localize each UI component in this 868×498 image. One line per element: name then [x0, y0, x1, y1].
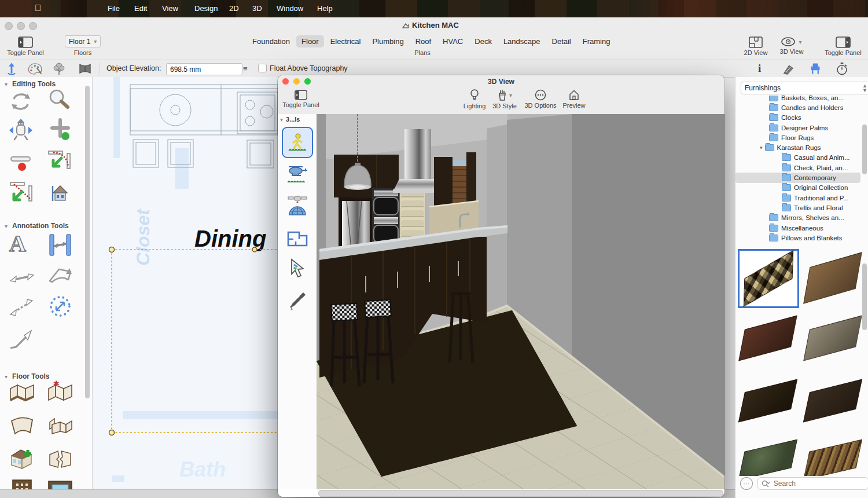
- measure-arrow-icon[interactable]: [3, 62, 20, 76]
- pen-icon[interactable]: [782, 63, 795, 75]
- eyedropper-tool[interactable]: [285, 288, 310, 313]
- selection-handle[interactable]: [109, 247, 115, 252]
- toggle-panel-button[interactable]: Toggle Panel: [8, 36, 43, 56]
- tree-item-karastan-rugs[interactable]: ▾Karastan Rugs: [735, 142, 860, 152]
- tree-item[interactable]: Traditional and P...: [735, 193, 860, 203]
- search-input[interactable]: [773, 479, 844, 488]
- rug-thumb-2[interactable]: [803, 250, 863, 306]
- dimension-tool[interactable]: [46, 232, 74, 258]
- select-render-tool[interactable]: [285, 255, 310, 281]
- walkthrough-tool[interactable]: [282, 127, 313, 158]
- tree-item[interactable]: Casual and Anim...: [735, 153, 860, 163]
- selection-handle[interactable]: [109, 430, 115, 435]
- tree-item[interactable]: Designer Palms: [735, 123, 860, 133]
- tree-icon[interactable]: [52, 62, 66, 76]
- text-tool[interactable]: A: [9, 230, 26, 257]
- furniture-chair-icon[interactable]: [809, 63, 822, 75]
- tree-scrollbar[interactable]: [862, 124, 867, 174]
- tree-item[interactable]: Clocks: [735, 113, 860, 123]
- tree-item[interactable]: Trellis and Floral: [735, 203, 860, 213]
- close-button[interactable]: [5, 22, 13, 30]
- apple-menu-icon[interactable]: : [35, 3, 41, 13]
- interior-dimension-tool[interactable]: [8, 296, 36, 319]
- menu-help[interactable]: Help: [312, 4, 337, 13]
- rug-thumb-7[interactable]: [738, 442, 798, 478]
- tab-detail[interactable]: Detail: [547, 35, 576, 47]
- rug-thumb-8[interactable]: [803, 442, 863, 478]
- pan-tool[interactable]: [7, 116, 35, 144]
- more-options-icon[interactable]: ⋯: [740, 477, 753, 490]
- wall-tool[interactable]: [8, 382, 36, 405]
- 3d-horizontal-scrollbar[interactable]: [318, 490, 723, 497]
- thumbnails-scrollbar[interactable]: [862, 263, 867, 330]
- tab-hvac[interactable]: HVAC: [437, 35, 468, 47]
- library-category-select[interactable]: Furnishings ▲▼: [741, 82, 868, 94]
- info-icon[interactable]: i: [758, 62, 761, 75]
- flyover-tool[interactable]: [285, 162, 310, 187]
- tree-item[interactable]: Mirrors, Shelves an...: [735, 213, 860, 223]
- zoom-button[interactable]: [29, 22, 37, 30]
- tree-item[interactable]: Pillows and Blankets: [735, 233, 860, 243]
- search-field[interactable]: [757, 477, 868, 490]
- tab-electrical[interactable]: Electrical: [325, 35, 366, 47]
- half-wall-tool[interactable]: [46, 414, 74, 437]
- rug-thumb-5[interactable]: [738, 380, 798, 421]
- rug-thumb-1[interactable]: [738, 249, 799, 308]
- rug-thumb-4[interactable]: [803, 317, 863, 360]
- rug-thumb-3[interactable]: [738, 317, 798, 360]
- tree-item[interactable]: Check, Plaid, an...: [735, 163, 860, 173]
- 3d-options-button[interactable]: 3D Options: [523, 89, 558, 109]
- toggle-panel-button[interactable]: Toggle Panel: [282, 90, 319, 108]
- tab-landscape[interactable]: Landscape: [498, 35, 546, 47]
- 3d-window-titlebar[interactable]: 3D View: [278, 75, 724, 87]
- menu-window[interactable]: Window: [272, 4, 308, 13]
- chevron-down-icon[interactable]: ▾: [760, 145, 763, 151]
- toggle-panel-right-button[interactable]: Toggle Panel: [824, 36, 862, 56]
- house-view-tool[interactable]: [49, 181, 72, 204]
- lighting-button[interactable]: Lighting: [462, 89, 487, 109]
- 2d-view-button[interactable]: 2D View: [740, 36, 772, 56]
- floor-plan-canvas[interactable]: Closet Dining Bath: [93, 77, 278, 489]
- angular-dimension-tool[interactable]: [46, 263, 74, 287]
- tree-item[interactable]: Baskets, Boxes, an...: [735, 96, 860, 102]
- 3d-viewport[interactable]: [317, 114, 724, 489]
- section-annotation-tools[interactable]: ▾ Annotation Tools: [5, 222, 69, 230]
- zoom-tool[interactable]: [46, 87, 72, 113]
- orbit-tool[interactable]: [285, 193, 310, 218]
- rotate-tool[interactable]: [8, 89, 34, 114]
- 3d-style-button[interactable]: ▾ 3D Style: [490, 89, 520, 109]
- list-options-icon[interactable]: ≡: [243, 64, 248, 73]
- 3d-tools-header[interactable]: ▾ 3...ls: [280, 116, 300, 123]
- stopwatch-icon[interactable]: [836, 62, 848, 76]
- menu-2d[interactable]: 2D: [225, 4, 244, 13]
- curved-wall-tool[interactable]: [8, 414, 36, 437]
- section-floor-tools[interactable]: ▾ Floor Tools: [5, 372, 49, 380]
- section-editing-tools[interactable]: ▾ Editing Tools: [5, 80, 56, 88]
- chamfer-tool[interactable]: [8, 179, 36, 207]
- tree-item[interactable]: Candles and Holders: [735, 102, 860, 112]
- minimize-button[interactable]: [17, 22, 25, 30]
- rug-thumb-6[interactable]: [803, 380, 863, 421]
- tree-item[interactable]: Miscellaneous: [735, 223, 860, 233]
- leader-line-tool[interactable]: [8, 327, 36, 350]
- tab-floor[interactable]: Floor: [296, 35, 324, 47]
- book-icon[interactable]: [78, 63, 93, 75]
- float-above-topography-checkbox[interactable]: [258, 64, 267, 72]
- point-to-point-dimension-tool[interactable]: [46, 294, 74, 319]
- 3d-view-window[interactable]: 3D View Toggle Panel Lighting: [278, 75, 724, 497]
- palette-icon[interactable]: [28, 63, 43, 75]
- sidebar-scrollbar[interactable]: [85, 86, 90, 398]
- end-to-end-dimension-tool[interactable]: [8, 267, 36, 288]
- preview-button[interactable]: Preview: [560, 89, 588, 109]
- tab-foundation[interactable]: Foundation: [247, 35, 295, 47]
- floors-dropdown[interactable]: Floor 1 ▾: [65, 35, 101, 47]
- tab-framing[interactable]: Framing: [578, 35, 616, 47]
- menu-design[interactable]: Design: [190, 4, 222, 13]
- menu-3d[interactable]: 3D: [248, 4, 267, 13]
- menu-view[interactable]: View: [157, 4, 183, 13]
- floorplan-tool[interactable]: [285, 225, 310, 251]
- fillet-tool[interactable]: [46, 147, 74, 174]
- tree-item[interactable]: Floor Rugs: [735, 133, 860, 142]
- tree-item-contemporary[interactable]: Contemporary: [735, 173, 860, 182]
- menu-file[interactable]: File: [103, 4, 124, 13]
